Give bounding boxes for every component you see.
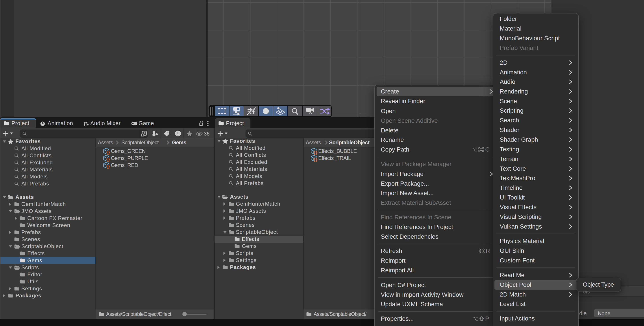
svg-text:{}: {} xyxy=(106,157,110,162)
svg-text:{}: {} xyxy=(314,157,317,162)
svg-text:{}: {} xyxy=(106,150,110,155)
svg-text:{}: {} xyxy=(314,150,317,155)
svg-text:{}: {} xyxy=(106,164,110,169)
